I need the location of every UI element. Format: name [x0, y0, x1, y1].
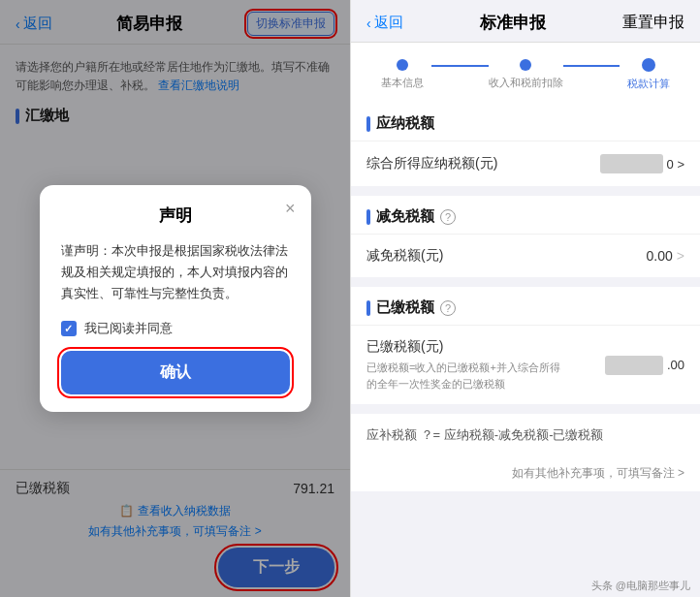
- dialog-checkbox-label: 我已阅读并同意: [84, 320, 173, 337]
- step-bar: 基本信息 收入和税前扣除 税款计算: [351, 43, 700, 103]
- paid-row-label: 已缴税额(元): [366, 338, 605, 356]
- dialog-overlay: 声明 × 谨声明：本次申报是根据国家税收法律法规及相关规定填报的，本人对填报内容…: [0, 0, 350, 597]
- paid-title: 已缴税额: [376, 298, 434, 317]
- dialog-checkbox[interactable]: ✓: [61, 321, 77, 336]
- reset-button[interactable]: 重置申报: [622, 13, 684, 33]
- summary-section: 应补税额 ？= 应纳税额-减免税额-已缴税额 如有其他补充事项，可填写备注 >: [351, 414, 700, 491]
- step-line-1: [431, 65, 489, 67]
- summary-note[interactable]: 如有其他补充事项，可填写备注 >: [351, 456, 700, 491]
- paid-row-left: 已缴税额(元) 已缴税额=收入的已缴税额+并入综合所得的全年一次性奖金的已缴税额: [366, 338, 605, 392]
- dialog-close-icon[interactable]: ×: [285, 199, 296, 219]
- step-income: 收入和税前扣除: [489, 59, 563, 90]
- reduction-section: 减免税额 ? 减免税额(元) 0.00 >: [351, 196, 700, 277]
- paid-row-sub: 已缴税额=收入的已缴税额+并入综合所得的全年一次性奖金的已缴税额: [366, 356, 560, 392]
- paid-section: 已缴税额 ? 已缴税额(元) 已缴税额=收入的已缴税额+并入综合所得的全年一次性…: [351, 287, 700, 404]
- checkbox-check-icon: ✓: [64, 323, 73, 335]
- paid-section-header: 已缴税额 ?: [351, 287, 700, 326]
- payable-suffix: 0 >: [667, 157, 684, 172]
- confirm-button[interactable]: 确认: [61, 351, 290, 394]
- step-circle-2: [520, 59, 531, 71]
- payable-row-label: 综合所得应纳税额(元): [366, 155, 497, 173]
- reduction-value: 0.00: [647, 248, 673, 264]
- payable-blue-bar: [366, 116, 370, 132]
- summary-row: 应补税额 ？= 应纳税额-减免税额-已缴税额: [351, 414, 700, 456]
- step-tax-calc: 税款计算: [620, 58, 677, 91]
- payable-tax-row[interactable]: 综合所得应纳税额(元) 0 >: [351, 141, 700, 186]
- step-label-1: 基本信息: [381, 76, 424, 90]
- right-panel: ‹ 返回 标准申报 重置申报 基本信息 收入和税前扣除 税款计算 应纳税额: [350, 0, 700, 597]
- dialog-title: 声明: [61, 204, 290, 227]
- step-label-3: 税款计算: [627, 77, 670, 91]
- dialog-checkbox-row: ✓ 我已阅读并同意: [61, 320, 290, 337]
- step-basic-info: 基本信息: [374, 59, 431, 90]
- step-circle-3: [642, 58, 655, 72]
- reduction-row-value: 0.00 >: [647, 248, 684, 264]
- payable-section: 应纳税额 综合所得应纳税额(元) 0 >: [351, 103, 700, 186]
- right-back-label: 返回: [374, 14, 403, 32]
- paid-blue-bar: [366, 300, 370, 316]
- right-back-icon: ‹: [366, 16, 371, 31]
- watermark: 头条 @电脑那些事儿: [351, 575, 700, 597]
- reduction-row-label: 减免税额(元): [366, 247, 443, 265]
- payable-section-header: 应纳税额: [351, 103, 700, 141]
- step-line-2: [563, 65, 620, 67]
- paid-blurred-value: [605, 356, 663, 375]
- paid-suffix: .00: [667, 358, 684, 372]
- dialog-text: 谨声明：本次申报是根据国家税收法律法规及相关规定填报的，本人对填报内容的真实性、…: [61, 240, 290, 304]
- payable-blurred-value: [600, 154, 663, 173]
- right-content: 应纳税额 综合所得应纳税额(元) 0 > 减免税额 ? 减免税额(元): [351, 103, 700, 575]
- reduction-section-header: 减免税额 ?: [351, 196, 700, 235]
- step-label-2: 收入和税前扣除: [489, 76, 563, 90]
- step-circle-1: [397, 59, 408, 71]
- payable-title: 应纳税额: [376, 114, 434, 133]
- declaration-dialog: 声明 × 谨声明：本次申报是根据国家税收法律法规及相关规定填报的，本人对填报内容…: [40, 185, 311, 412]
- right-back-button[interactable]: ‹ 返回: [366, 14, 403, 32]
- reduction-title: 减免税额: [376, 207, 434, 226]
- reduction-blue-bar: [366, 209, 370, 225]
- right-header: ‹ 返回 标准申报 重置申报: [351, 0, 700, 43]
- reduction-tax-row[interactable]: 减免税额(元) 0.00 >: [351, 235, 700, 277]
- right-title: 标准申报: [480, 12, 546, 34]
- payable-row-value: 0 >: [600, 154, 684, 173]
- paid-question-icon[interactable]: ?: [440, 300, 456, 316]
- reduction-chevron-icon: >: [677, 248, 684, 264]
- reduction-question-icon[interactable]: ?: [440, 209, 456, 225]
- summary-label: 应补税额 ？= 应纳税额-减免税额-已缴税额: [366, 427, 603, 442]
- paid-row-value: .00: [605, 356, 684, 375]
- left-panel: ‹ 返回 简易申报 切换标准申报 请选择您的户籍所在地或经常居住地作为汇缴地。填…: [0, 0, 350, 597]
- paid-tax-detail-row: 已缴税额(元) 已缴税额=收入的已缴税额+并入综合所得的全年一次性奖金的已缴税额…: [351, 326, 700, 404]
